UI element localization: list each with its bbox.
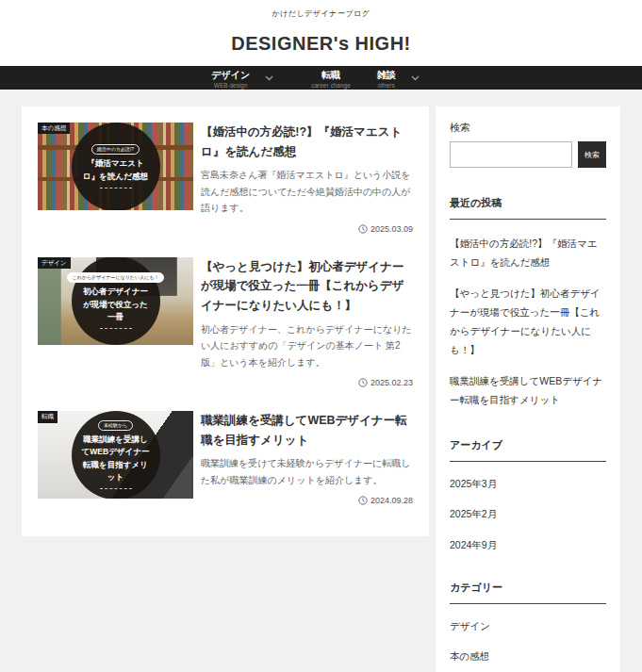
clock-icon: [358, 496, 368, 505]
post-body: 職業訓練を受講してWEBデザイナー転職を目指すメリット 職業訓練を受けて未経験か…: [201, 411, 413, 505]
post-title-link[interactable]: 【やっと見つけた】初心者デザイナーが現場で役立った一冊【これからデザイナーになり…: [201, 257, 413, 316]
thumbnail-pill-label: 婚活中の方必読!?: [91, 144, 140, 155]
post-excerpt: 職業訓練を受けて未経験からデザイナーに転職した私が職業訓練のメリットを紹介します…: [201, 455, 413, 488]
nav-item-career[interactable]: 転職 career change: [298, 68, 364, 89]
post-date-text: 2025.03.09: [370, 224, 413, 234]
post-excerpt: 初心者デザイナー、これからデザイナーになりたい人におすすめの「デザインの基本ノー…: [201, 321, 413, 371]
archive-link[interactable]: 2024年9月: [450, 538, 606, 552]
clock-icon: [358, 378, 368, 387]
nav-item-label: 雑談: [377, 70, 396, 81]
sidebar: 検索 検索 最近の投稿 【婚活中の方必読!?】『婚活マエストロ』を読んだ感想 【…: [436, 107, 620, 672]
post-date-text: 2025.02.23: [370, 378, 413, 387]
search-button[interactable]: 検索: [578, 141, 606, 168]
dashed-divider: [100, 488, 132, 489]
category-badge: 転職: [38, 411, 58, 422]
archive-link[interactable]: 2025年3月: [450, 477, 606, 491]
nav-item-sublabel: career change: [311, 82, 351, 89]
clock-icon: [358, 224, 368, 234]
site-tagline: かけだしデザイナーブログ: [0, 0, 642, 19]
thumbnail-pill-label: 未経験から: [98, 420, 133, 431]
category-badge: デザイン: [38, 257, 71, 269]
content-area: 本の感想 婚活中の方必読!? 『婚活マエストロ』を読んだ感想 【婚活中の方必読!…: [22, 107, 620, 672]
post-date: 2024.09.28: [358, 488, 413, 505]
nav-item-chat[interactable]: 雑談 others: [364, 68, 409, 89]
post-thumbnail[interactable]: 転職 未経験から 職業訓練を受講してWEBデザイナー転職を目指すメリット: [38, 411, 193, 499]
post-list: 本の感想 婚活中の方必読!? 『婚活マエストロ』を読んだ感想 【婚活中の方必読!…: [22, 107, 429, 536]
thumbnail-overlay: 婚活中の方必読!? 『婚活マエストロ』を読んだ感想: [72, 123, 160, 210]
main-nav: デザイン WEB design 転職 career change 雑談 othe…: [0, 66, 642, 90]
nav-item-sublabel: WEB design: [214, 82, 248, 89]
post-row: デザイン これからデザイナーになりたい人にも！ 初心者デザイナーが現場で役立った…: [38, 257, 413, 387]
site-header: かけだしデザイナーブログ DESIGNER's HIGH!: [0, 0, 642, 66]
chevron-down-icon[interactable]: [411, 75, 420, 81]
post-row: 本の感想 婚活中の方必読!? 『婚活マエストロ』を読んだ感想 【婚活中の方必読!…: [38, 123, 413, 234]
category-link[interactable]: 本の感想: [450, 649, 606, 664]
dashed-divider: [100, 188, 132, 188]
categories-heading: カテゴリー: [450, 581, 606, 604]
search-input[interactable]: [450, 141, 572, 168]
chevron-down-icon[interactable]: [265, 75, 273, 81]
thumbnail-title-text: 初心者デザイナーが現場で役立った一冊: [81, 286, 151, 323]
nav-item-label: 転職: [321, 70, 340, 81]
category-link[interactable]: デザイン: [450, 619, 606, 633]
post-body: 【やっと見つけた】初心者デザイナーが現場で役立った一冊【これからデザイナーになり…: [201, 257, 413, 387]
thumbnail-overlay: これからデザイナーになりたい人にも！ 初心者デザイナーが現場で役立った一冊: [72, 257, 160, 345]
recent-post-link[interactable]: 【やっと見つけた】初心者デザイナーが現場で役立った一冊【これからデザイナーになり…: [450, 285, 606, 360]
nav-item-design[interactable]: デザイン WEB design: [198, 68, 263, 89]
recent-post-link[interactable]: 【婚活中の方必読!?】『婚活マエストロ』を読んだ感想: [450, 235, 606, 272]
post-thumbnail[interactable]: デザイン これからデザイナーになりたい人にも！ 初心者デザイナーが現場で役立った…: [38, 257, 193, 345]
thumbnail-pill-label: これからデザイナーになりたい人にも！: [67, 272, 165, 283]
category-badge: 本の感想: [38, 123, 70, 134]
nav-item-label: デザイン: [211, 70, 250, 81]
archive-link[interactable]: 2025年2月: [450, 507, 606, 521]
post-title-link[interactable]: 【婚活中の方必読!?】『婚活マエストロ』を読んだ感想: [201, 123, 413, 161]
recent-posts-heading: 最近の投稿: [450, 196, 606, 220]
post-row: 転職 未経験から 職業訓練を受講してWEBデザイナー転職を目指すメリット 職業訓…: [38, 411, 413, 505]
post-title-link[interactable]: 職業訓練を受講してWEBデザイナー転職を目指すメリット: [201, 411, 413, 450]
recent-post-link[interactable]: 職業訓練を受講してWEBデザイナー転職を目指すメリット: [450, 372, 606, 410]
dashed-divider: [100, 328, 132, 329]
post-thumbnail[interactable]: 本の感想 婚活中の方必読!? 『婚活マエストロ』を読んだ感想: [38, 123, 193, 210]
thumbnail-title-text: 『婚活マエストロ』を読んだ感想: [81, 157, 151, 182]
post-date: 2025.03.09: [358, 217, 413, 234]
archive-heading: アーカイブ: [450, 438, 606, 462]
post-date-text: 2024.09.28: [370, 496, 413, 505]
nav-item-sublabel: others: [378, 82, 395, 89]
thumbnail-overlay: 未経験から 職業訓練を受講してWEBデザイナー転職を目指すメリット: [72, 411, 160, 499]
search-widget: 検索: [450, 141, 606, 168]
post-body: 【婚活中の方必読!?】『婚活マエストロ』を読んだ感想 宮島未奈さん著『婚活マエス…: [201, 123, 413, 234]
post-excerpt: 宮島未奈さん著『婚活マエストロ』という小説を読んだ感想についてただ今絶賛婚活中の…: [201, 167, 413, 217]
search-label: 検索: [450, 121, 606, 135]
thumbnail-title-text: 職業訓練を受講してWEBデザイナー転職を目指すメリット: [81, 434, 151, 484]
post-date: 2025.02.23: [358, 370, 413, 387]
site-title: DESIGNER's HIGH!: [0, 33, 642, 55]
